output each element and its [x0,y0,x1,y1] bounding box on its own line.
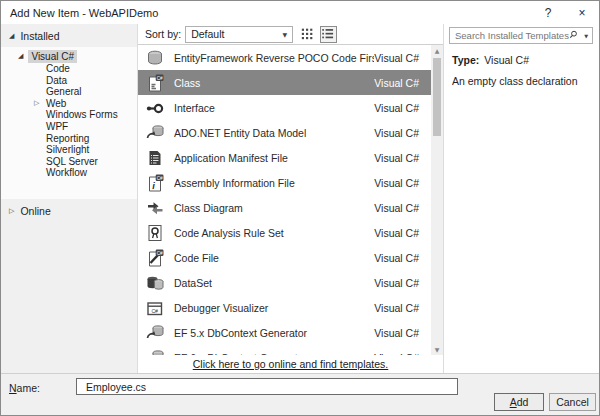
search-icon [569,30,581,42]
sidebar-item-label: Code [46,63,70,75]
template-list-item[interactable]: iC#Assembly Information FileVisual C# [138,170,431,195]
svg-text:C#: C# [151,307,158,313]
template-list-item[interactable]: Code Analysis Rule SetVisual C# [138,220,431,245]
interface-icon [146,99,166,117]
template-list-item[interactable]: EntityFramework Reverse POCO Code First … [138,45,431,70]
type-label: Type: [452,54,479,66]
template-language: Visual C# [374,327,431,339]
template-name: Debugger Visualizer [174,302,374,314]
search-placeholder: Search Installed Templates (Ctrl+E) [455,30,569,41]
sidebar-item-sql-server[interactable]: SQL Server [1,156,137,168]
sidebar-group-installed[interactable]: ◢ Installed [1,24,137,47]
svg-text:C#: C# [157,175,163,180]
sidebar-item-label: General [46,86,82,98]
expander-expanded-icon: ◢ [18,50,23,63]
sidebar-item-label: Windows Forms [46,109,118,121]
sidebar-item-reporting[interactable]: Reporting [1,133,137,145]
template-name: Class Diagram [174,202,374,214]
sidebar-group-online[interactable]: ▷ Online [1,199,137,222]
sidebar-item-visual-csharp[interactable]: ◢ Visual C# [1,50,137,63]
template-list-column: Sort by: Default ▼ EntityFramework Rever… [137,24,443,373]
template-list-item[interactable]: C#Code FileVisual C# [138,245,431,270]
sidebar-item-label: Silverlight [46,144,89,156]
template-name: Assembly Information File [174,177,374,189]
visual-csharp-children: CodeDataGeneral▷WebWindows FormsWPFRepor… [1,63,137,179]
sidebar-item-wpf[interactable]: WPF [1,121,137,133]
sidebar-item-silverlight[interactable]: Silverlight [1,144,137,156]
help-icon: ? [545,6,552,20]
svg-text:i: i [152,179,155,190]
template-list-item[interactable]: EF 6.x DbContext GeneratorVisual C# [138,345,431,355]
footer-bar: Name: Add Cancel [1,373,599,416]
template-name: DataSet [174,277,374,289]
template-language: Visual C# [374,227,431,239]
debugger-visualizer-icon: C# [146,299,166,317]
template-details: Type:Visual C# An empty class declaratio… [449,44,593,87]
template-list-item[interactable]: Class DiagramVisual C# [138,195,431,220]
template-list-item[interactable]: C#ClassVisual C# [138,70,431,95]
template-list-item[interactable]: ADO.NET Entity Data ModelVisual C# [138,120,431,145]
sort-by-label: Sort by: [145,28,181,40]
installed-subtree: ◢ Visual C# CodeDataGeneral▷WebWindows F… [1,47,137,199]
sidebar-item-web[interactable]: ▷Web [1,98,137,110]
small-buttons-view-icon[interactable] [300,26,317,43]
template-list-item[interactable]: Application Manifest FileVisual C# [138,145,431,170]
visual-csharp-label: Visual C# [28,50,77,63]
sidebar-item-data[interactable]: Data [1,75,137,87]
list-view-button[interactable] [320,26,337,43]
class-diagram-icon [146,199,166,217]
vertical-scrollbar[interactable]: ▲ ▼ [431,45,443,355]
database-icon [146,49,166,67]
type-value: Visual C# [484,54,529,66]
go-online-link[interactable]: Click here to go online and find templat… [193,358,389,370]
sidebar-item-label: Data [46,75,67,87]
name-input[interactable] [76,378,458,395]
sidebar-item-general[interactable]: General [1,86,137,98]
list-view-icon [321,27,336,42]
sidebar-item-label: WPF [46,121,68,133]
manifest-icon [146,149,166,167]
cancel-button[interactable]: Cancel [549,393,596,411]
add-new-item-dialog: Add New Item - WebAPIDemo ? × ◢ Installe… [0,0,600,416]
dataset-icon [146,274,166,292]
svg-text:C#: C# [157,250,163,255]
sidebar-item-label: SQL Server [46,156,98,168]
scroll-up-button[interactable]: ▲ [435,45,440,56]
sort-dropdown[interactable]: Default ▼ [185,26,293,43]
template-list-item[interactable]: DataSetVisual C# [138,270,431,295]
scroll-down-button[interactable]: ▼ [435,344,440,355]
template-language: Visual C# [374,252,431,264]
sidebar-item-label: Reporting [46,133,89,145]
template-language: Visual C# [374,102,431,114]
search-input[interactable]: Search Installed Templates (Ctrl+E) ▼ [449,27,593,44]
title-bar: Add New Item - WebAPIDemo ? × [1,1,599,24]
expander-expanded-icon: ◢ [9,32,14,40]
svg-text:C#: C# [157,75,163,80]
ef-generator-icon [146,324,166,342]
expander-collapsed-icon: ▷ [9,207,14,215]
close-button[interactable]: × [565,6,599,20]
installed-label: Installed [20,30,59,42]
list-toolbar: Sort by: Default ▼ [138,24,443,45]
template-language: Visual C# [374,127,431,139]
scrollbar-track[interactable] [431,56,443,344]
template-language: Visual C# [374,77,431,89]
template-list-item[interactable]: EF 5.x DbContext GeneratorVisual C# [138,320,431,345]
template-description: An empty class declaration [452,75,591,87]
template-language: Visual C# [374,152,431,164]
sidebar-item-code[interactable]: Code [1,63,137,75]
assembly-info-icon: iC# [146,174,166,192]
add-button[interactable]: Add [494,393,544,411]
chevron-right-icon[interactable]: ▷ [34,98,46,110]
rule-set-icon [146,224,166,242]
template-name: ADO.NET Entity Data Model [174,127,374,139]
sidebar-item-workflow[interactable]: Workflow [1,167,137,179]
search-button[interactable]: ▼ [569,30,588,42]
template-language: Visual C# [374,277,431,289]
template-list-item[interactable]: C#Debugger VisualizerVisual C# [138,295,431,320]
scrollbar-thumb[interactable] [433,58,441,136]
template-list-item[interactable]: InterfaceVisual C# [138,95,431,120]
footer-buttons: Add Cancel [494,393,596,411]
sidebar-item-windows-forms[interactable]: Windows Forms [1,109,137,121]
help-button[interactable]: ? [531,6,565,20]
